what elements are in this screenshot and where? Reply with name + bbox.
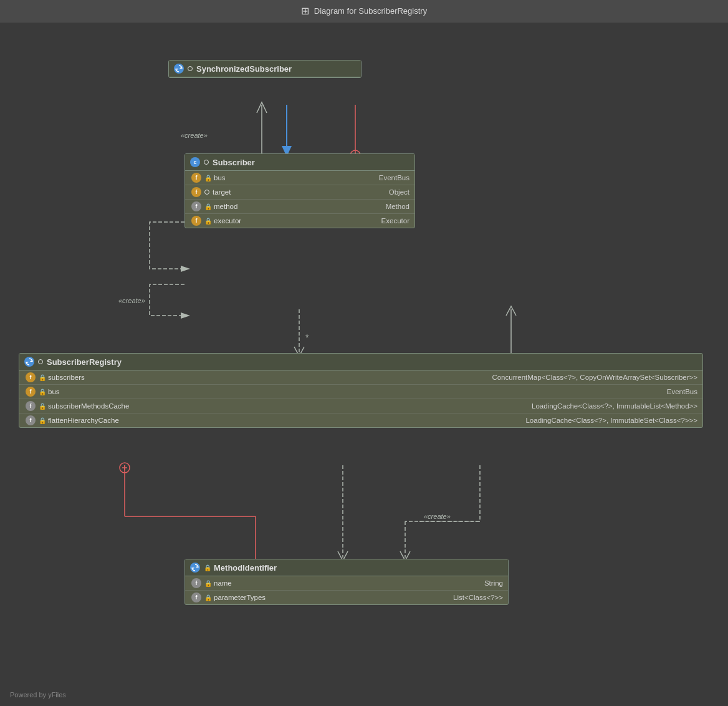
methodid-field-paramtypes: f 🔒 parameterTypes List<Class<?>> [185,591,508,604]
field-name-target: target [213,188,231,196]
subscriber-name: Subscriber [213,158,255,167]
field-name-subscribers: subscribers [48,374,85,381]
method-identifier-name: MethodIdentifier [214,563,277,573]
lock-icon-methodid: 🔒 [204,564,210,571]
subscriber-registry-name: SubscriberRegistry [47,357,122,367]
title-bar: ⊞ Diagram for SubscriberRegistry [0,0,728,22]
field-name-executor: executor [214,217,241,225]
field-name-bus: bus [214,174,226,181]
field-type-paramtypes: List<Class<?>> [453,594,503,601]
field-name-methodscache: subscriberMethodsCache [48,402,129,410]
field-type-subscribers: ConcurrentMap<Class<?>, CopyOnWriteArray… [492,374,697,381]
field-type-executor: Executor [381,217,410,225]
subscriber-registry-header: SubscriberRegistry [19,354,702,370]
subscriber-field-target: f target Object [185,185,414,200]
field-icon-subscribers: f [26,372,36,382]
registry-field-flattencache: f 🔒 flattenHierarchyCache LoadingCache<C… [19,413,702,427]
title-text: Diagram for SubscriberRegistry [314,6,427,16]
field-name-flattencache: flattenHierarchyCache [48,417,119,424]
field-icon-executor: f [191,216,201,226]
class-icon-methodid [190,563,200,573]
field-icon-regbus: f [26,387,36,397]
synchronized-subscriber-name: SynchronizedSubscriber [196,64,292,74]
field-name-method: method [214,203,237,210]
field-type-bus: EventBus [379,174,410,181]
svg-text:*: * [305,332,309,342]
lock-icon-miname: 🔒 [204,580,211,586]
synchronized-subscriber-header: SynchronizedSubscriber [169,60,361,77]
lock-icon-methodscache: 🔒 [39,403,45,409]
lock-icon-method: 🔒 [204,203,211,210]
field-icon-method: f [191,201,201,211]
powered-by-label: Powered by yFiles [10,691,66,699]
diagram-icon: ⊞ [301,5,309,17]
class-icon-sync [174,64,184,74]
registry-field-subscribers: f 🔒 subscribers ConcurrentMap<Class<?>, … [19,370,702,385]
visibility-icon [188,66,193,71]
subscriber-field-method: f 🔒 method Method [185,200,414,214]
field-type-miname: String [484,579,503,587]
field-icon-bus: f [191,173,201,183]
field-name-regbus: bus [48,388,60,395]
field-type-regbus: EventBus [667,388,697,395]
svg-text:«create»: «create» [424,513,451,520]
field-type-flattencache: LoadingCache<Class<?>, ImmutableSet<Clas… [525,417,697,424]
svg-text:«create»: «create» [118,297,145,304]
svg-marker-11 [181,312,190,319]
visibility-icon-registry [38,359,43,364]
field-type-methodscache: LoadingCache<Class<?>, ImmutableList<Met… [532,402,697,410]
field-icon-paramtypes: f [191,592,201,602]
field-type-target: Object [389,188,410,196]
lock-icon-flattencache: 🔒 [39,417,45,423]
class-icon-subscriber: c [190,157,200,167]
lock-icon-regbus: 🔒 [39,389,45,395]
method-identifier-header: 🔒 MethodIdentifier [185,559,508,576]
field-icon-target: f [191,187,201,197]
subscriber-header: c Subscriber [185,154,414,171]
class-icon-registry [24,357,34,367]
field-icon-methodscache: f [26,401,36,411]
field-icon-flattencache: f [26,415,36,425]
synchronized-subscriber-node[interactable]: SynchronizedSubscriber [168,60,362,78]
svg-marker-9 [181,266,190,272]
lock-icon-bus: 🔒 [204,175,211,181]
field-name-paramtypes: parameterTypes [214,594,266,601]
field-name-miname: name [214,579,232,587]
lock-icon-subscribers: 🔒 [39,374,45,380]
visibility-icon-subscriber [204,160,209,165]
method-identifier-node[interactable]: 🔒 MethodIdentifier f 🔒 name String f 🔒 p… [184,559,509,605]
methodid-field-name: f 🔒 name String [185,576,508,591]
subscriber-registry-node[interactable]: SubscriberRegistry f 🔒 subscribers Concu… [19,353,703,428]
subscriber-field-bus: f 🔒 bus EventBus [185,171,414,185]
registry-field-bus: f 🔒 bus EventBus [19,385,702,399]
lock-icon-executor: 🔒 [204,218,211,224]
subscriber-node[interactable]: c Subscriber f 🔒 bus EventBus f target O… [184,153,415,228]
field-type-method: Method [386,203,410,210]
circle-icon-target [204,190,209,195]
diagram-area: «create» «create» * 1 [0,22,728,706]
create-label-1: «create» [181,132,208,139]
lock-icon-paramtypes: 🔒 [204,594,211,601]
registry-field-methodscache: f 🔒 subscriberMethodsCache LoadingCache<… [19,399,702,413]
subscriber-field-executor: f 🔒 executor Executor [185,214,414,228]
field-icon-miname: f [191,578,201,588]
